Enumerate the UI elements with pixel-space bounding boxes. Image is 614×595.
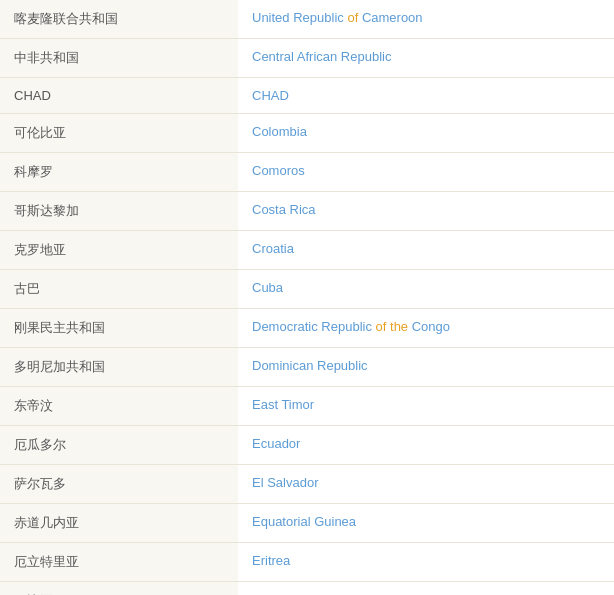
chinese-cell: 赤道几内亚	[0, 504, 238, 542]
chinese-cell: 厄立特里亚	[0, 543, 238, 581]
highlighted-word: the	[390, 319, 412, 334]
table-row: 中非共和国Central African Republic	[0, 39, 614, 78]
highlighted-word: of	[347, 10, 361, 25]
table-row: 喀麦隆联合共和国United Republic of Cameroon	[0, 0, 614, 39]
chinese-cell: 古巴	[0, 270, 238, 308]
chinese-cell: 可伦比亚	[0, 114, 238, 152]
english-cell: Comoros	[238, 153, 614, 191]
chinese-cell: 刚果民主共和国	[0, 309, 238, 347]
english-word: United	[252, 10, 293, 25]
chinese-cell: 中非共和国	[0, 39, 238, 77]
chinese-cell: 喀麦隆联合共和国	[0, 0, 238, 38]
table-row: 刚果民主共和国Democratic Republic of the Congo	[0, 309, 614, 348]
english-cell: Ecuador	[238, 426, 614, 464]
chinese-cell: 科摩罗	[0, 153, 238, 191]
table-row: 古巴Cuba	[0, 270, 614, 309]
table-row: 厄立特里亚Eritrea	[0, 543, 614, 582]
table-row: 厄瓜多尔Ecuador	[0, 426, 614, 465]
english-cell: Dominican Republic	[238, 348, 614, 386]
chinese-cell: 东帝汶	[0, 387, 238, 425]
table-row: 东帝汶East Timor	[0, 387, 614, 426]
table-row: 科摩罗Comoros	[0, 153, 614, 192]
table-row: 赤道几内亚Equatorial Guinea	[0, 504, 614, 543]
chinese-cell: 厄瓜多尔	[0, 426, 238, 464]
table-row: 哥斯达黎加Costa Rica	[0, 192, 614, 231]
english-word: Republic	[293, 10, 347, 25]
table-row: 萨尔瓦多El Salvador	[0, 465, 614, 504]
table-row: CHADCHAD	[0, 78, 614, 114]
english-cell: United Republic of Cameroon	[238, 0, 614, 38]
english-cell: Costa Rica	[238, 192, 614, 230]
chinese-cell: 萨尔瓦多	[0, 465, 238, 503]
english-cell: Eritrea	[238, 543, 614, 581]
english-word: Democratic	[252, 319, 321, 334]
english-cell: Equatorial Guinea	[238, 504, 614, 542]
english-word: Congo	[412, 319, 450, 334]
english-cell: Colombia	[238, 114, 614, 152]
english-word: Republic	[321, 319, 375, 334]
table-row: 可伦比亚Colombia	[0, 114, 614, 153]
english-cell: Croatia	[238, 231, 614, 269]
english-cell: Cuba	[238, 270, 614, 308]
table-row: 多明尼加共和国Dominican Republic	[0, 348, 614, 387]
english-cell: Democratic Republic of the Congo	[238, 309, 614, 347]
chinese-cell: 哥斯达黎加	[0, 192, 238, 230]
english-cell: Gambia	[238, 582, 614, 595]
chinese-cell: 克罗地亚	[0, 231, 238, 269]
english-word: Cameroon	[362, 10, 423, 25]
table-row: 冈比亚Gambia	[0, 582, 614, 595]
chinese-cell: 冈比亚	[0, 582, 238, 595]
english-cell: CHAD	[238, 78, 614, 113]
chinese-cell: CHAD	[0, 78, 238, 113]
english-cell: East Timor	[238, 387, 614, 425]
english-cell: Central African Republic	[238, 39, 614, 77]
english-cell: El Salvador	[238, 465, 614, 503]
chinese-cell: 多明尼加共和国	[0, 348, 238, 386]
country-table: 喀麦隆联合共和国United Republic of Cameroon中非共和国…	[0, 0, 614, 595]
table-row: 克罗地亚Croatia	[0, 231, 614, 270]
highlighted-word: of	[376, 319, 390, 334]
